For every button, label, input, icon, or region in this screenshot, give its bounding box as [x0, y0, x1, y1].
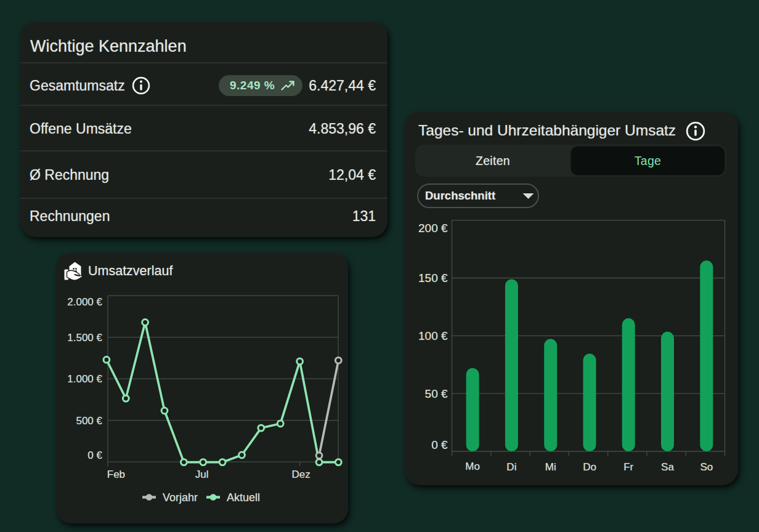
svg-text:100 €: 100 € — [418, 329, 448, 342]
svg-text:So: So — [700, 461, 713, 473]
svg-text:500 €: 500 € — [76, 415, 102, 427]
svg-text:Aktuell: Aktuell — [227, 491, 260, 504]
svg-text:Jul: Jul — [195, 469, 209, 480]
svg-text:Feb: Feb — [107, 469, 125, 480]
svg-text:Di: Di — [506, 461, 516, 473]
svg-text:Sa: Sa — [661, 461, 674, 473]
svg-text:Fr: Fr — [623, 461, 633, 473]
svg-text:150 €: 150 € — [418, 272, 448, 284]
svg-text:1.000 €: 1.000 € — [67, 373, 102, 385]
svg-text:200 €: 200 € — [418, 222, 448, 235]
svg-text:Mo: Mo — [465, 461, 480, 472]
svg-text:1.500 €: 1.500 € — [67, 332, 102, 344]
svg-text:2.000 €: 2.000 € — [67, 296, 102, 308]
svg-text:Do: Do — [583, 461, 596, 473]
svg-text:Vorjahr: Vorjahr — [163, 491, 198, 504]
svg-text:0 €: 0 € — [431, 438, 448, 451]
svg-text:Mi: Mi — [545, 461, 556, 473]
svg-text:0 €: 0 € — [87, 449, 102, 461]
svg-text:50 €: 50 € — [425, 387, 448, 400]
svg-text:Dez: Dez — [291, 469, 310, 480]
